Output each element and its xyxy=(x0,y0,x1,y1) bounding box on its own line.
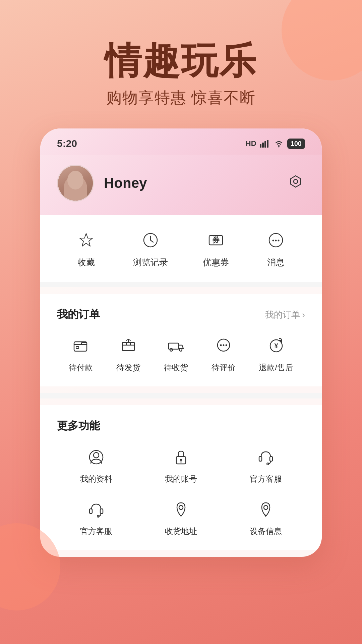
svg-point-10 xyxy=(272,240,274,241)
svg-point-4 xyxy=(278,145,280,147)
svg-point-21 xyxy=(220,344,222,346)
svg-rect-31 xyxy=(270,457,273,461)
svg-rect-0 xyxy=(260,144,261,148)
wifi-icon xyxy=(274,140,284,148)
star-icon xyxy=(74,228,98,252)
hd-label: HD xyxy=(246,139,256,148)
svg-rect-15 xyxy=(76,346,79,348)
order-item-pending-ship-label: 待发货 xyxy=(116,362,140,373)
headset2-icon xyxy=(84,498,108,521)
feature-support2[interactable]: 官方客服 xyxy=(57,498,135,537)
svg-text:¥: ¥ xyxy=(274,342,278,350)
order-icons: 待付款 待发货 xyxy=(57,334,305,373)
user-icon xyxy=(84,445,108,469)
wallet-icon xyxy=(69,334,93,358)
svg-rect-1 xyxy=(262,143,264,148)
svg-rect-30 xyxy=(259,457,262,461)
feature-account[interactable]: 我的账号 xyxy=(142,445,220,484)
more-features-title: 更多功能 xyxy=(57,419,100,433)
svg-point-18 xyxy=(170,348,173,351)
settings-button[interactable] xyxy=(286,174,305,193)
svg-point-37 xyxy=(264,505,268,509)
feature-device[interactable]: 设备信息 xyxy=(227,498,305,537)
feature-device-label: 设备信息 xyxy=(250,526,282,537)
more-features-grid: 我的资料 我的账号 xyxy=(57,445,305,537)
orders-section: 我的订单 我的订单 › 待付款 xyxy=(40,294,322,386)
svg-point-19 xyxy=(179,348,182,351)
svg-rect-17 xyxy=(169,343,179,349)
feature-profile-label: 我的资料 xyxy=(80,474,112,484)
location-icon xyxy=(169,498,193,521)
order-item-refund-label: 退款/售后 xyxy=(259,362,293,373)
feature-account-label: 我的账号 xyxy=(165,474,197,484)
svg-point-11 xyxy=(275,240,277,241)
order-item-pending-payment-label: 待付款 xyxy=(69,362,93,373)
profile-left: Honey xyxy=(57,165,147,202)
svg-point-5 xyxy=(294,179,298,183)
svg-text:券: 券 xyxy=(212,236,220,244)
battery-badge: 100 xyxy=(287,139,305,149)
order-item-pending-payment[interactable]: 待付款 xyxy=(69,334,93,373)
headset-icon xyxy=(254,445,278,469)
feature-address[interactable]: 收货地址 xyxy=(142,498,220,537)
svg-point-27 xyxy=(94,452,99,458)
status-bar: 5:20 HD 100 xyxy=(40,128,322,155)
svg-point-22 xyxy=(223,344,224,346)
quick-action-coupon-label: 优惠券 xyxy=(203,257,229,268)
box-icon xyxy=(117,334,140,358)
svg-point-12 xyxy=(278,240,279,241)
svg-rect-2 xyxy=(264,141,266,148)
comment-icon xyxy=(212,334,235,358)
clock-icon xyxy=(139,228,162,252)
svg-rect-3 xyxy=(267,140,268,148)
coupon-icon: 券 xyxy=(204,228,228,252)
lock-icon xyxy=(169,445,193,469)
avatar[interactable] xyxy=(57,165,94,202)
message-icon xyxy=(264,228,288,252)
svg-rect-16 xyxy=(122,342,134,351)
profile-area: Honey xyxy=(40,155,322,215)
more-features-header: 更多功能 xyxy=(57,419,305,433)
refund-icon: ¥ xyxy=(264,334,288,358)
order-item-pending-review-label: 待评价 xyxy=(212,362,236,373)
gear-icon xyxy=(287,175,304,192)
status-time: 5:20 xyxy=(57,138,77,149)
svg-point-23 xyxy=(225,344,227,346)
svg-rect-34 xyxy=(100,509,103,514)
username: Honey xyxy=(104,175,147,191)
quick-action-favorites[interactable]: 收藏 xyxy=(74,228,98,268)
quick-action-favorites-label: 收藏 xyxy=(77,257,95,268)
signal-icon xyxy=(260,140,270,148)
order-item-pending-receive-label: 待收货 xyxy=(164,362,188,373)
truck-icon xyxy=(164,334,188,358)
quick-actions: 收藏 浏览记录 券 优惠券 xyxy=(40,215,322,282)
divider-1 xyxy=(40,282,322,287)
feature-support2-label: 官方客服 xyxy=(80,526,112,537)
feature-profile[interactable]: 我的资料 xyxy=(57,445,135,484)
order-item-pending-receive[interactable]: 待收货 xyxy=(164,334,188,373)
order-item-pending-ship[interactable]: 待发货 xyxy=(116,334,140,373)
divider-2 xyxy=(40,393,322,398)
order-item-pending-review[interactable]: 待评价 xyxy=(212,334,236,373)
status-icons: HD 100 xyxy=(246,139,305,149)
feature-address-label: 收货地址 xyxy=(165,526,197,537)
quick-action-coupon[interactable]: 券 优惠券 xyxy=(203,228,229,268)
svg-rect-14 xyxy=(81,342,87,344)
device-icon xyxy=(254,498,278,521)
quick-action-history[interactable]: 浏览记录 xyxy=(133,228,168,268)
svg-point-36 xyxy=(179,505,183,509)
quick-action-message-label: 消息 xyxy=(267,257,285,268)
orders-title: 我的订单 xyxy=(57,307,100,322)
svg-rect-33 xyxy=(89,509,92,514)
avatar-image xyxy=(58,166,93,201)
order-item-refund[interactable]: ¥ 退款/售后 xyxy=(259,334,293,373)
orders-header: 我的订单 我的订单 › xyxy=(57,307,305,322)
feature-support1-label: 官方客服 xyxy=(250,474,282,484)
more-features-section: 更多功能 我的资料 xyxy=(40,405,322,550)
quick-action-history-label: 浏览记录 xyxy=(133,257,168,268)
phone-mockup: 5:20 HD 100 Honey xyxy=(40,128,322,557)
feature-support1[interactable]: 官方客服 xyxy=(227,445,305,484)
quick-action-message[interactable]: 消息 xyxy=(264,228,288,268)
hero-subtitle: 购物享特惠 惊喜不断 xyxy=(0,88,362,108)
orders-link[interactable]: 我的订单 › xyxy=(265,309,305,321)
